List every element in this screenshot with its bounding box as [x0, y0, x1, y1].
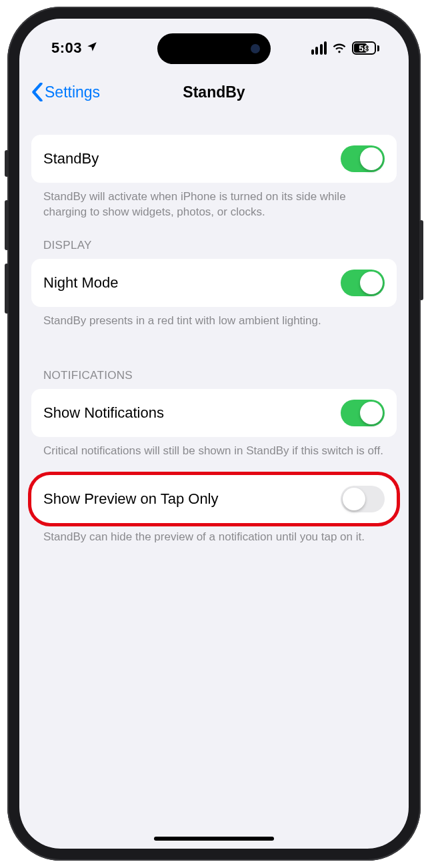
wifi-icon	[332, 41, 347, 55]
show-preview-footer: StandBy can hide the preview of a notifi…	[31, 523, 397, 545]
home-indicator[interactable]	[154, 837, 274, 841]
notifications-header: NOTIFICATIONS	[31, 369, 397, 389]
night-mode-toggle[interactable]	[341, 270, 385, 296]
show-notifications-toggle[interactable]	[341, 400, 385, 426]
volume-up-button	[5, 200, 9, 250]
standby-label: StandBy	[43, 150, 99, 167]
group-notifications: NOTIFICATIONS Show Notifications Critica…	[31, 369, 397, 545]
back-button[interactable]: Settings	[31, 83, 100, 101]
volume-down-button	[5, 264, 9, 314]
night-mode-label: Night Mode	[43, 274, 119, 292]
nav-header: Settings StandBy	[19, 72, 409, 112]
standby-footer: StandBy will activate when iPhone is tur…	[31, 183, 397, 220]
mute-switch	[5, 150, 9, 177]
cellular-signal-icon	[311, 41, 327, 55]
back-label: Settings	[45, 83, 100, 101]
status-time: 5:03	[51, 39, 82, 57]
display-footer: StandBy presents in a red tint with low …	[31, 307, 397, 329]
chevron-left-icon	[31, 83, 43, 101]
content[interactable]: StandBy StandBy will activate when iPhon…	[19, 112, 409, 849]
show-notifications-footer: Critical notifications will still be sho…	[31, 437, 397, 459]
battery-icon: 58	[352, 41, 379, 55]
screen: 5:03 58 Setti	[19, 19, 409, 849]
group-main: StandBy StandBy will activate when iPhon…	[31, 135, 397, 220]
phone-frame: 5:03 58 Setti	[7, 7, 421, 861]
standby-toggle[interactable]	[341, 145, 385, 172]
show-preview-row: Show Preview on Tap Only	[31, 475, 397, 523]
location-services-icon	[86, 39, 98, 57]
show-notifications-row: Show Notifications	[31, 389, 397, 437]
night-mode-row: Night Mode	[31, 259, 397, 307]
dynamic-island	[157, 33, 271, 64]
display-header: DISPLAY	[31, 239, 397, 259]
page-title: StandBy	[183, 83, 245, 101]
group-display: DISPLAY Night Mode StandBy presents in a…	[31, 239, 397, 329]
show-preview-toggle[interactable]	[341, 486, 385, 512]
power-button	[419, 220, 423, 300]
standby-row: StandBy	[31, 135, 397, 183]
show-preview-label: Show Preview on Tap Only	[43, 490, 219, 508]
show-notifications-label: Show Notifications	[43, 404, 164, 422]
